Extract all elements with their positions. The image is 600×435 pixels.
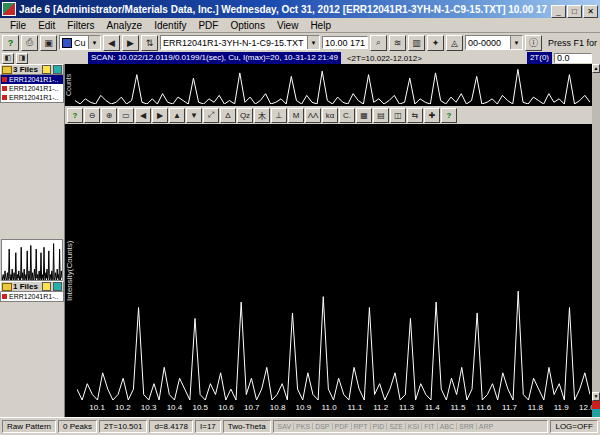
zoom-in-icon[interactable]: ⊕ (101, 108, 117, 123)
scroll-up-icon[interactable]: ▲ (592, 64, 600, 73)
status-axis[interactable]: Two-Theta (223, 420, 271, 433)
status-flag-sze[interactable]: SZE (387, 423, 406, 430)
print-icon[interactable]: ⎙ (21, 35, 38, 51)
maximize-button[interactable]: □ (567, 5, 582, 18)
group2-header[interactable]: 1 Files (0, 281, 64, 292)
overlay-icon[interactable]: ≋ (389, 35, 406, 51)
spinner-icon[interactable]: ⇅ (141, 35, 158, 51)
chevron-down-icon[interactable]: ▼ (307, 36, 319, 49)
crosshair-icon[interactable]: ✚ (424, 108, 440, 123)
title-bar: Jade 6 [Administrator/Materials Data, In… (0, 0, 600, 18)
scroll-down-icon[interactable]: ▼ (592, 392, 600, 401)
status-flag-srr[interactable]: SRR (457, 423, 477, 430)
minimize-button[interactable]: _ (551, 5, 566, 18)
status-flag-abc[interactable]: ABC (438, 423, 457, 430)
swap-icon[interactable]: ⇆ (407, 108, 423, 123)
range-marker-icon[interactable] (592, 409, 600, 417)
status-log-toggle[interactable]: LOG=OFF (550, 420, 598, 433)
scrollbar-track[interactable] (592, 73, 600, 392)
axes-icon[interactable]: ⊥ (271, 108, 287, 123)
status-flag-dsp[interactable]: DSP (313, 423, 332, 430)
dspacing-icon[interactable]: Qz (237, 108, 253, 123)
chevron-down-icon[interactable]: ▼ (510, 36, 522, 49)
zoom-box-icon[interactable]: ▭ (118, 108, 134, 123)
split-icon[interactable]: ◫ (390, 108, 406, 123)
status-flag-ksi[interactable]: KSI (406, 423, 422, 430)
pan-left-icon[interactable]: ◀ (135, 108, 151, 123)
main-chart[interactable]: Intensity(Counts) 10.110.210.310.410.510… (65, 124, 592, 417)
two-theta-offset-field[interactable]: 0.0 (554, 53, 592, 63)
help2-icon[interactable]: ? (441, 108, 457, 123)
delta-icon[interactable]: Δ (220, 108, 236, 123)
menu-options[interactable]: Options (224, 20, 270, 31)
menu-file[interactable]: File (4, 20, 32, 31)
x-tick: 11.0 (322, 403, 337, 412)
pattern-thumbnail[interactable] (1, 239, 63, 281)
range-field[interactable]: 10.00 171 (322, 36, 368, 49)
x-tick: 10.6 (218, 403, 234, 412)
filter-icon[interactable]: ◬ (446, 35, 463, 51)
file-item[interactable]: ERR12041R1-.. (1, 75, 63, 84)
pan-right-icon[interactable]: ▶ (152, 108, 168, 123)
x-tick: 11.7 (502, 403, 517, 412)
close-button[interactable]: ✕ (583, 5, 598, 18)
file-item[interactable]: ERR12041R1-.. (1, 93, 63, 102)
tree-icon[interactable]: 木 (254, 108, 270, 123)
file-dropdown[interactable]: ERR12041R1-3YH-N-1-C9-15.TXT ▼ (160, 35, 320, 50)
peaks-icon[interactable]: ΛΛ (305, 108, 321, 123)
file-item[interactable]: ERR12041R1-.. (1, 84, 63, 93)
toolbar-mid-buttons: ⌕≋▥✦◬ (370, 35, 463, 51)
status-flag-pdf[interactable]: PDF (333, 423, 352, 430)
menu-analyze[interactable]: Analyze (101, 20, 149, 31)
menu-identify[interactable]: Identify (148, 20, 192, 31)
record-marker-icon[interactable] (592, 401, 600, 409)
x-tick: 11.8 (528, 403, 543, 412)
file-item[interactable]: ERR12041R1-.. (1, 292, 63, 301)
zoom-out-icon[interactable]: ⊖ (84, 108, 100, 123)
menu-filters[interactable]: Filters (61, 20, 100, 31)
status-flag-pid[interactable]: PID (371, 423, 388, 430)
status-flag-fit[interactable]: FIT (422, 423, 438, 430)
chevron-down-icon[interactable]: ▼ (88, 36, 100, 49)
help-button[interactable]: ? (2, 35, 19, 51)
stack-icon[interactable]: ▤ (373, 108, 389, 123)
full-range-icon[interactable]: ⤢ (203, 108, 219, 123)
clear-files-icon[interactable] (53, 65, 62, 74)
status-flag-sav[interactable]: SAV (276, 423, 295, 430)
main-trace (77, 128, 590, 400)
pdf-dropdown[interactable]: 00-0000 ▼ (465, 35, 523, 50)
report-icon[interactable]: ▥ (408, 35, 425, 51)
prev-file-icon[interactable]: ◀ (103, 35, 120, 51)
status-flag-arp[interactable]: ARP (477, 423, 495, 430)
status-flag-rpt[interactable]: RPT (352, 423, 371, 430)
pan-up-icon[interactable]: ▲ (169, 108, 185, 123)
info-icon[interactable]: ⓘ (525, 35, 542, 51)
grid-icon[interactable]: ▦ (356, 108, 372, 123)
overview-strip[interactable]: Counts (65, 64, 592, 107)
anode-dropdown[interactable]: Cu ▼ (59, 35, 101, 50)
status-mode[interactable]: Raw Pattern (2, 420, 56, 433)
status-flag-pks[interactable]: PKS (294, 423, 313, 430)
content-area: 3 Files ERR12041R1-..ERR12041R1-..ERR120… (0, 64, 600, 417)
menu-help[interactable]: Help (304, 20, 337, 31)
file-label: ERR12041R1-.. (9, 76, 58, 83)
pan-down-icon[interactable]: ▼ (186, 108, 202, 123)
background-icon[interactable]: C. (339, 108, 355, 123)
menu-pdf[interactable]: PDF (192, 20, 224, 31)
menu-view[interactable]: View (271, 20, 305, 31)
palette-icon[interactable]: ✦ (427, 35, 444, 51)
find-icon[interactable]: ⌕ (370, 35, 387, 51)
group1-header[interactable]: 3 Files (0, 64, 64, 75)
smooth-icon[interactable]: M (288, 108, 304, 123)
clear-files-icon[interactable] (53, 282, 62, 291)
jade-window: Jade 6 [Administrator/Materials Data, In… (0, 0, 600, 435)
pane-left-icon[interactable]: ◧ (2, 53, 14, 64)
pane-right-icon[interactable]: ◨ (16, 53, 28, 64)
copy-icon[interactable]: ▣ (40, 35, 57, 51)
next-file-icon[interactable]: ▶ (122, 35, 139, 51)
kalpha-icon[interactable]: kα (322, 108, 338, 123)
overlay-all-icon[interactable] (42, 65, 51, 74)
help-icon[interactable]: ? (67, 108, 83, 123)
overlay-all-icon[interactable] (42, 282, 51, 291)
menu-edit[interactable]: Edit (32, 20, 61, 31)
